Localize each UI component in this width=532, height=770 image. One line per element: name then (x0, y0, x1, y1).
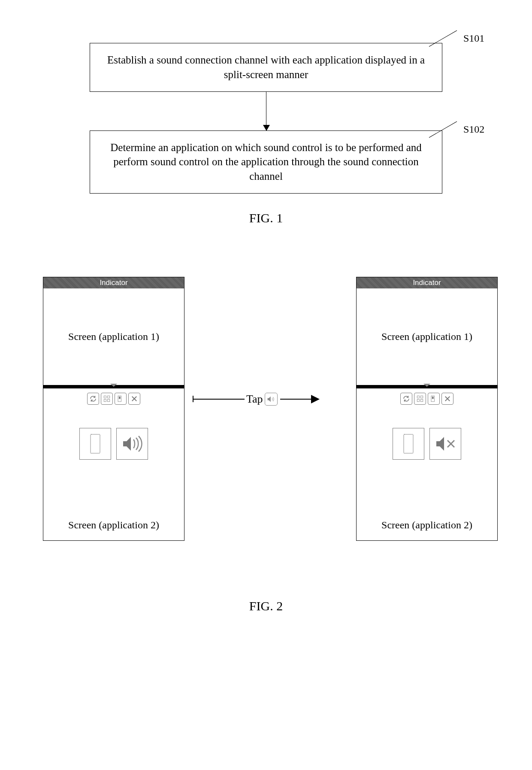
tap-transition: Tap (193, 393, 352, 406)
split-divider (357, 385, 497, 388)
svg-rect-3 (108, 399, 110, 401)
layout-icon (115, 393, 127, 405)
figure-2-caption: FIG. 2 (0, 599, 532, 613)
split-toolbar (357, 388, 497, 407)
screen-app1-label: Screen (application 1) (68, 331, 159, 343)
swap-icon (400, 393, 412, 405)
grid-icon (101, 393, 113, 405)
flow-box-s101: Establish a sound connection channel wit… (90, 43, 442, 92)
layout-icon (428, 393, 440, 405)
split-toolbar (43, 388, 184, 407)
screen-app2-label: Screen (application 2) (357, 519, 497, 531)
screen-app1: Screen (application 1) (357, 288, 497, 385)
swap-icon (87, 393, 99, 405)
svg-rect-5 (119, 397, 120, 399)
flow-box-text: Determine an application on which sound … (110, 142, 422, 182)
figure-2-diagram: Indicator Screen (application 1) (30, 277, 502, 552)
arrow-right-icon (280, 399, 319, 400)
status-bar: Indicator (357, 277, 497, 288)
close-icon (441, 393, 453, 405)
screen-app1: Screen (application 1) (43, 288, 184, 385)
svg-rect-1 (108, 396, 110, 398)
figure-1-caption: FIG. 1 (0, 211, 532, 225)
arrow-line (193, 399, 245, 400)
svg-rect-9 (417, 399, 419, 401)
sound-icon (265, 393, 278, 406)
label-connector (429, 121, 457, 138)
label-connector (429, 30, 457, 47)
grid-icon (414, 393, 426, 405)
sound-muted-icon (429, 428, 461, 460)
svg-rect-10 (421, 399, 423, 401)
tap-label: Tap (245, 393, 265, 406)
device-icon (393, 428, 424, 460)
svg-rect-8 (421, 396, 423, 398)
screen-app2: Screen (application 2) (357, 428, 497, 540)
svg-rect-7 (417, 396, 419, 398)
screen-app2: Screen (application 2) (43, 428, 184, 540)
flow-box-text: Establish a sound connection channel wit… (107, 54, 425, 80)
screen-app2-label: Screen (application 2) (43, 519, 184, 531)
figure-1-flowchart: Establish a sound connection channel wit… (51, 43, 481, 194)
arrow-down-icon (266, 92, 266, 130)
sound-on-icon (116, 428, 148, 460)
svg-rect-0 (104, 396, 106, 398)
screen-app1-label: Screen (application 1) (381, 331, 472, 343)
flow-label-s102: S102 (463, 124, 484, 135)
svg-rect-6 (91, 434, 100, 453)
close-icon (128, 393, 140, 405)
phone-after: Indicator Screen (application 1) (356, 277, 498, 541)
svg-rect-2 (104, 399, 106, 401)
flow-box-s102: Determine an application on which sound … (90, 130, 442, 194)
svg-rect-12 (432, 397, 433, 399)
flow-label-s101: S101 (463, 33, 484, 44)
phone-before: Indicator Screen (application 1) (43, 277, 184, 541)
device-icon (79, 428, 111, 460)
status-bar: Indicator (43, 277, 184, 288)
svg-rect-13 (404, 434, 413, 453)
split-divider (43, 385, 184, 388)
